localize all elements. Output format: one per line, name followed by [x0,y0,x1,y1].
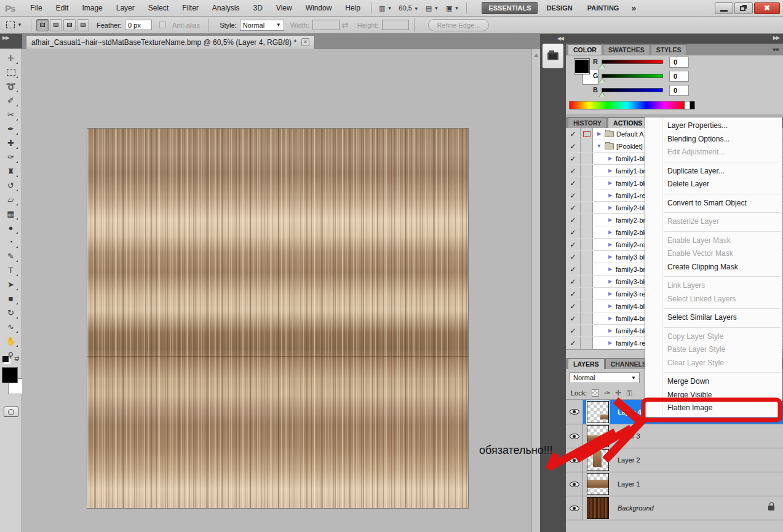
layer-row-layer-2[interactable]: Layer 2 [566,448,783,472]
current-tool-preset[interactable]: ▼ [0,22,26,28]
path-selection-tool[interactable]: ➤ [3,277,19,292]
swap-width-height-icon[interactable]: ⇄ [342,20,349,30]
minimize-button[interactable] [715,2,733,14]
menu-item-delete-layer[interactable]: Delete Layer [645,178,782,191]
orbit-3d-tool[interactable]: ∿ [3,320,19,334]
action-checkbox[interactable]: ✓ [566,288,581,300]
color-spectrum-ramp[interactable] [569,101,685,109]
hair-texture-image[interactable] [87,128,469,509]
action-checkbox[interactable]: ✓ [566,300,581,312]
menu-item-blending-options[interactable]: Blending Options... [645,133,782,146]
action-checkbox[interactable]: ✓ [566,312,581,324]
expand-triangle-icon[interactable]: ▶ [607,340,613,346]
slider-value-r[interactable]: 0 [669,57,689,68]
antialias-checkbox[interactable] [159,22,166,28]
expand-triangle-icon[interactable]: ▶ [607,291,613,296]
lock-transparency-icon[interactable] [592,389,599,397]
expand-triangle-icon[interactable]: ▶ [607,180,613,186]
menu-item-duplicate-layer[interactable]: Duplicate Layer... [645,165,782,178]
menu-item-3d[interactable]: 3D [247,0,269,16]
spot-healing-brush-tool[interactable]: ✚ [3,136,19,150]
slider-value-g[interactable]: 0 [669,71,689,82]
type-tool[interactable]: T [3,263,19,277]
action-checkbox[interactable]: ✓ [566,325,581,336]
expand-triangle-icon[interactable]: ▶ [607,229,613,235]
expand-triangle-icon[interactable]: ▶ [607,254,613,260]
lock-position-icon[interactable]: ✛ [615,389,621,397]
toolbox-header[interactable]: ▶▶ [0,34,22,49]
action-dialog-toggle[interactable] [581,312,593,324]
slider-bar-g[interactable] [602,74,663,78]
layer-thumbnail[interactable] [587,449,609,471]
action-checkbox[interactable]: ✓ [566,239,581,250]
scroll-up-arrow-icon[interactable] [534,54,539,57]
menu-item-select[interactable]: Select [141,0,175,16]
tab-swatches[interactable]: SWATCHES [603,44,650,55]
action-dialog-toggle[interactable] [581,251,593,263]
new-selection-button[interactable] [36,19,49,31]
expand-dock-chevrons[interactable]: ◀◀ [540,34,566,41]
action-checkbox[interactable]: ✓ [566,263,581,275]
foreground-color-swatch[interactable] [2,367,18,383]
tab-color[interactable]: COLOR [568,44,602,55]
expand-triangle-icon[interactable]: ▶ [596,131,602,137]
expand-triangle-icon[interactable]: ▶ [607,279,613,284]
quick-mask-button[interactable] [4,407,18,417]
rotate-3d-tool[interactable]: ↻ [3,306,19,320]
menu-item-file[interactable]: File [23,0,49,16]
visibility-cell[interactable] [566,472,583,496]
rectangle-tool[interactable]: ■ [3,292,19,306]
action-checkbox[interactable]: ✓ [566,276,581,287]
action-dialog-toggle[interactable] [581,214,593,226]
restore-button[interactable] [734,2,753,14]
intersect-with-selection-button[interactable] [77,19,89,31]
expand-triangle-icon[interactable]: ▶ [607,303,613,309]
refine-edge-button[interactable]: Refine Edge... [428,19,490,31]
expand-triangle-icon[interactable]: ▶ [607,266,613,272]
screen-mode-button[interactable]: ▣▼ [442,3,463,14]
spectrum-black-swatch[interactable] [690,101,695,109]
action-checkbox[interactable]: ✓ [566,214,581,226]
blur-tool[interactable]: ● [3,221,19,235]
panel-menu-icon[interactable]: ▾≡ [773,46,779,53]
visibility-cell[interactable] [566,424,583,448]
eyedropper-tool[interactable]: ✒ [3,122,19,136]
menu-item-layer-properties[interactable]: Layer Properties... [645,119,782,133]
action-dialog-toggle[interactable] [581,189,593,201]
document-tab[interactable]: afhair_Casual1~hair~stdMatBaseTextureNam… [26,35,315,49]
workspace-button-painting[interactable]: PAINTING [581,2,626,14]
clone-stamp-tool[interactable]: ♜ [3,164,19,178]
lasso-tool[interactable]: ➰ [3,79,19,93]
brush-tool[interactable]: ✑ [3,150,19,164]
layer-thumbnail[interactable] [587,401,609,423]
collapse-dock-chevrons[interactable]: ▶▶ [773,35,779,41]
action-checkbox[interactable]: ✓ [566,128,581,140]
menu-item-edit[interactable]: Edit [49,0,76,16]
tab-styles[interactable]: STYLES [651,44,687,55]
expand-triangle-icon[interactable]: ▶ [607,242,613,247]
workspace-overflow-chevron[interactable]: » [625,3,642,13]
slider-bar-r[interactable] [602,60,663,64]
menu-item-image[interactable]: Image [75,0,109,16]
action-dialog-toggle[interactable] [581,165,593,177]
height-input[interactable] [382,20,409,30]
swap-colors-icon[interactable]: ⇄ [14,355,19,362]
collapse-triangle-icon[interactable]: ▼ [596,143,602,149]
menu-item-merge-visible[interactable]: Merge Visible [645,389,782,402]
default-colors-icon[interactable] [2,356,9,362]
history-brush-tool[interactable]: ↺ [3,178,19,193]
eraser-tool[interactable]: ▱ [3,193,19,207]
menu-item-help[interactable]: Help [338,0,367,16]
slider-thumb-g[interactable] [599,78,605,83]
dodge-tool[interactable]: ◔ [3,235,19,249]
action-dialog-toggle[interactable] [581,300,593,312]
action-dialog-toggle[interactable] [581,226,593,238]
action-dialog-toggle[interactable] [581,128,593,140]
collapsed-panel-icon[interactable] [543,44,563,68]
zoom-level-dropdown[interactable]: 60,5 ▼ [395,3,421,13]
menu-item-filter[interactable]: Filter [175,0,205,16]
action-checkbox[interactable]: ✓ [566,226,581,238]
tab-actions[interactable]: ACTIONS [608,117,648,128]
gradient-tool[interactable]: ▦ [3,207,19,221]
menu-item-convert-to-smart-object[interactable]: Convert to Smart Object [645,197,782,210]
